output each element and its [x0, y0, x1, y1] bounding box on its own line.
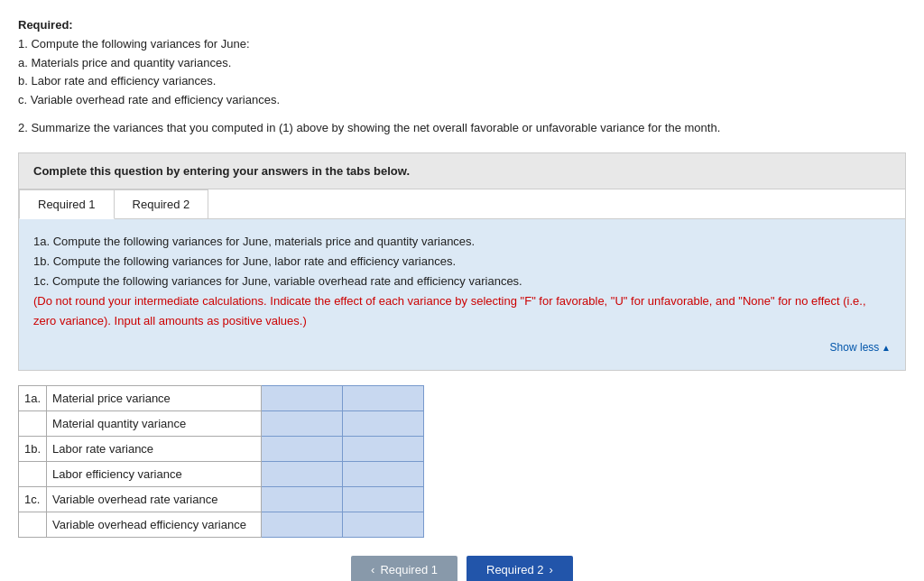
variance-effect-input[interactable]: [348, 518, 418, 531]
variance-table: 1a.Material price varianceMaterial quant…: [18, 385, 424, 538]
tab-line2: 1b. Compute the following variances for …: [33, 252, 891, 272]
row-prefix: [19, 461, 47, 486]
row-input-value[interactable]: [262, 486, 343, 512]
tab-required-2[interactable]: Required 2: [114, 189, 209, 219]
variance-effect-input[interactable]: [348, 493, 418, 506]
next-button-label: Required 2: [486, 563, 544, 576]
row-input-value[interactable]: [262, 512, 343, 537]
tab-required-1[interactable]: Required 1: [19, 189, 115, 219]
instruction-line5: 2. Summarize the variances that you comp…: [18, 119, 906, 138]
variance-value-input[interactable]: [267, 392, 337, 405]
tab-content: 1a. Compute the following variances for …: [19, 219, 905, 370]
variance-effect-input[interactable]: [348, 467, 418, 481]
next-arrow-icon: ›: [550, 563, 553, 576]
instruction-line4: c. Variable overhead rate and efficiency…: [18, 91, 906, 110]
table-row: Variable overhead efficiency variance: [19, 512, 424, 537]
variance-effect-input[interactable]: [348, 417, 418, 430]
next-button[interactable]: Required 2 ›: [467, 556, 573, 581]
tab-red-line: (Do not round your intermediate calculat…: [33, 291, 891, 331]
row-input-value[interactable]: [262, 410, 343, 436]
tab-line1: 1a. Compute the following variances for …: [33, 232, 891, 252]
row-label: Material quantity variance: [47, 410, 262, 436]
required-heading: Required:: [18, 18, 73, 32]
tab-line3: 1c. Compute the following variances for …: [33, 272, 891, 291]
prev-button-label: Required 1: [380, 563, 438, 576]
row-label: Labor rate variance: [47, 436, 262, 461]
table-row: 1a.Material price variance: [19, 385, 424, 410]
table-row: 1c.Variable overhead rate variance: [19, 486, 424, 512]
row-label: Variable overhead rate variance: [47, 486, 262, 512]
variance-effect-input[interactable]: [348, 442, 418, 456]
variance-value-input[interactable]: [267, 493, 337, 506]
row-input-value[interactable]: [262, 461, 343, 486]
variance-value-input[interactable]: [267, 467, 337, 481]
row-input-effect[interactable]: [343, 436, 424, 461]
row-prefix: 1c.: [19, 486, 47, 512]
table-row: 1b.Labor rate variance: [19, 436, 424, 461]
tabs-container: Required 1 Required 2 1a. Compute the fo…: [18, 189, 906, 371]
row-prefix: 1a.: [19, 385, 47, 410]
complete-box-text: Complete this question by entering your …: [33, 164, 410, 178]
row-label: Material price variance: [47, 385, 262, 410]
prev-button[interactable]: ‹ Required 1: [351, 556, 457, 581]
tabs-row: Required 1 Required 2: [19, 189, 905, 219]
row-input-effect[interactable]: [343, 410, 424, 436]
table-row: Material quantity variance: [19, 410, 424, 436]
instruction-line2: a. Materials price and quantity variance…: [18, 54, 906, 73]
instruction-line3: b. Labor rate and efficiency variances.: [18, 72, 906, 91]
instructions-block: Required: 1. Compute the following varia…: [18, 16, 906, 138]
show-less-arrow-icon: ▲: [879, 343, 891, 353]
variance-value-input[interactable]: [267, 417, 337, 430]
row-input-effect[interactable]: [343, 512, 424, 537]
row-label: Variable overhead efficiency variance: [47, 512, 262, 537]
row-input-value[interactable]: [262, 436, 343, 461]
variance-value-input[interactable]: [267, 518, 337, 531]
prev-arrow-icon: ‹: [371, 563, 374, 576]
row-input-effect[interactable]: [343, 486, 424, 512]
row-prefix: [19, 512, 47, 537]
table-row: Labor efficiency variance: [19, 461, 424, 486]
show-less-button[interactable]: Show less ▲: [33, 338, 891, 356]
row-input-effect[interactable]: [343, 461, 424, 486]
row-prefix: 1b.: [19, 436, 47, 461]
complete-box: Complete this question by entering your …: [18, 152, 906, 189]
variance-effect-input[interactable]: [348, 392, 418, 405]
variance-value-input[interactable]: [267, 442, 337, 456]
instruction-line1: 1. Compute the following variances for J…: [18, 35, 906, 54]
row-input-value[interactable]: [262, 385, 343, 410]
row-input-effect[interactable]: [343, 385, 424, 410]
nav-buttons: ‹ Required 1 Required 2 ›: [18, 556, 906, 581]
row-prefix: [19, 410, 47, 436]
row-label: Labor efficiency variance: [47, 461, 262, 486]
